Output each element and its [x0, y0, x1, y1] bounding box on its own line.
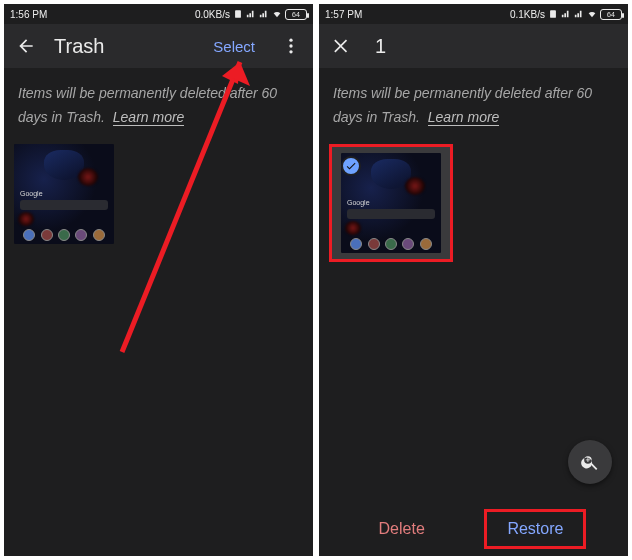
trash-thumbnail[interactable]: Google — [14, 144, 114, 244]
more-vert-icon — [281, 36, 301, 56]
zoom-fab[interactable] — [568, 440, 612, 484]
signal-icon — [259, 9, 269, 19]
thumbnail-grid: Google — [4, 140, 313, 248]
restore-button[interactable]: Restore — [489, 514, 581, 544]
wifi-icon — [272, 9, 282, 19]
status-time: 1:57 PM — [325, 9, 362, 20]
status-net: 0.1KB/s — [510, 9, 545, 20]
annotation-highlight-restore: Restore — [484, 509, 586, 549]
thumbnail-google-label: Google — [20, 190, 43, 197]
signal-icon — [246, 9, 256, 19]
phone-right: 1:57 PM 0.1KB/s 64 1 Items will be perma… — [319, 4, 628, 556]
phone-left: 1:56 PM 0.0KB/s 64 Trash Select Items wi… — [4, 4, 313, 556]
select-button[interactable]: Select — [213, 38, 255, 55]
signal-icon — [574, 9, 584, 19]
sim-icon — [233, 9, 243, 19]
svg-rect-7 — [550, 10, 556, 18]
svg-point-3 — [289, 50, 292, 53]
close-selection-button[interactable] — [327, 32, 355, 60]
check-icon — [345, 160, 357, 172]
close-icon — [331, 36, 351, 56]
sim-icon — [548, 9, 558, 19]
appbar: Trash Select — [4, 24, 313, 68]
statusbar: 1:57 PM 0.1KB/s 64 — [319, 4, 628, 24]
back-button[interactable] — [12, 32, 40, 60]
svg-point-2 — [289, 44, 292, 47]
status-time: 1:56 PM — [10, 9, 47, 20]
thumbnail-grid: Google — [319, 140, 628, 266]
svg-rect-0 — [235, 10, 241, 18]
thumbnail-google-label: Google — [347, 199, 370, 206]
delete-button[interactable]: Delete — [361, 514, 443, 544]
info-banner: Items will be permanently deleted after … — [319, 68, 628, 140]
info-banner: Items will be permanently deleted after … — [4, 68, 313, 140]
battery-icon: 64 — [600, 9, 622, 20]
svg-point-1 — [289, 39, 292, 42]
arrow-back-icon — [16, 36, 36, 56]
overflow-menu-button[interactable] — [277, 32, 305, 60]
status-net: 0.0KB/s — [195, 9, 230, 20]
signal-icon — [561, 9, 571, 19]
selection-checkmark[interactable] — [341, 156, 361, 176]
zoom-in-icon — [580, 452, 600, 472]
annotation-highlight-thumbnail: Google — [329, 144, 453, 262]
appbar-selection: 1 — [319, 24, 628, 68]
statusbar: 1:56 PM 0.0KB/s 64 — [4, 4, 313, 24]
bottom-action-bar: Delete Restore — [319, 502, 628, 556]
battery-icon: 64 — [285, 9, 307, 20]
learn-more-link[interactable]: Learn more — [113, 109, 185, 126]
wifi-icon — [587, 9, 597, 19]
learn-more-link[interactable]: Learn more — [428, 109, 500, 126]
selection-count: 1 — [375, 35, 620, 58]
page-title: Trash — [54, 35, 199, 58]
